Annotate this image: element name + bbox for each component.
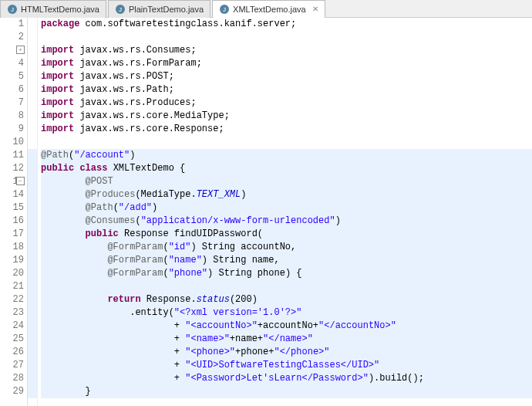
token-plain: javax.ws.rs.core.MediaType; — [74, 110, 230, 121]
ruler-mark — [28, 96, 37, 110]
code-line[interactable]: @Consumes("application/x-www-form-urlenc… — [41, 215, 532, 228]
token-plain: ( — [163, 242, 168, 252]
token-plain: +accountNo+ — [258, 320, 318, 331]
code-line[interactable]: import javax.ws.rs.Produces; — [41, 96, 532, 110]
token-str: "<UID>SoftwareTestingClasses</UID>" — [185, 360, 379, 370]
token-ann: @POST — [86, 176, 113, 187]
token-plain: Response. — [141, 294, 197, 305]
code-line[interactable]: + "<phone>"+phone+"</phone>" — [41, 346, 532, 359]
code-line[interactable]: + "<name>"+name+"</name>" — [41, 333, 532, 346]
line-number: 1 — [0, 18, 24, 31]
token-str: "</phone>" — [274, 347, 329, 357]
ruler-mark — [28, 267, 37, 280]
token-ann: @Produces — [86, 189, 136, 200]
token-plain: javax.ws.rs.Path; — [74, 84, 174, 95]
token-plain: ( — [163, 268, 168, 279]
code-line[interactable]: import javax.ws.rs.FormParam; — [41, 57, 532, 70]
code-line[interactable]: @FormParam("name") String name, — [41, 254, 532, 267]
token-plain — [41, 242, 107, 252]
line-number: 18 — [0, 241, 24, 254]
ruler-mark — [28, 333, 37, 346]
token-plain: +name+ — [230, 333, 263, 344]
line-number: 17 — [0, 228, 24, 241]
tab-label: XMLTextDemo.java — [233, 5, 306, 14]
code-line[interactable]: @Path("/add") — [41, 201, 532, 215]
token-str: "name" — [169, 255, 202, 266]
line-number: 3+ — [0, 44, 24, 57]
code-line[interactable]: @FormParam("id") String accountNo, — [41, 241, 532, 254]
ruler-mark — [28, 320, 37, 333]
code-line[interactable]: package com.softwaretestingclass.kanif.s… — [41, 18, 532, 31]
code-line[interactable]: @Path("/account") — [41, 149, 532, 162]
code-line[interactable]: public Response findUIDPassword( — [41, 228, 532, 241]
code-line[interactable]: @Produces(MediaType.TEXT_XML) — [41, 188, 532, 201]
code-line[interactable] — [41, 31, 532, 44]
token-plain: (MediaType. — [135, 189, 196, 200]
code-line[interactable]: import javax.ws.rs.Path; — [41, 83, 532, 96]
code-line[interactable]: public class XMLTextDemo { — [41, 162, 532, 175]
ruler-mark — [28, 254, 37, 267]
token-kw: import — [41, 45, 74, 56]
code-line[interactable]: .entity("<?xml version='1.0'?>" — [41, 306, 532, 320]
token-plain — [41, 268, 107, 279]
code-line[interactable]: import javax.ws.rs.core.MediaType; — [41, 110, 532, 123]
line-number: 15 — [0, 201, 24, 215]
token-plain: .entity( — [41, 307, 174, 318]
code-line[interactable]: } — [41, 385, 532, 398]
token-plain: ( — [135, 215, 140, 226]
line-number: 5 — [0, 70, 24, 83]
editor-tab-2[interactable]: JXMLTextDemo.java✕ — [212, 0, 325, 18]
editor-tab-1[interactable]: JPlainTextDemo.java — [108, 0, 210, 18]
token-plain: ) String accountNo, — [190, 242, 296, 252]
line-number: 21 — [0, 280, 24, 293]
tab-bar: JHTMLTextDemo.javaJPlainTextDemo.javaJXM… — [0, 0, 532, 18]
ruler-mark — [28, 359, 37, 372]
line-number: 25 — [0, 333, 24, 346]
token-plain: javax.ws.rs.Consumes; — [74, 45, 196, 56]
ruler-mark — [28, 215, 37, 228]
token-str: "<phone>" — [185, 347, 235, 357]
code-line[interactable]: import javax.ws.rs.POST; — [41, 70, 532, 83]
code-line[interactable]: @FormParam("phone") String phone) { — [41, 267, 532, 280]
svg-text:J: J — [223, 6, 226, 13]
line-number: 4 — [0, 57, 24, 70]
line-number: 19 — [0, 254, 24, 267]
token-plain: ) String name, — [202, 255, 280, 266]
token-plain: +phone+ — [235, 347, 274, 357]
ruler-mark — [28, 70, 37, 83]
token-ann: @FormParam — [107, 268, 163, 279]
code-area[interactable]: package com.softwaretestingclass.kanif.s… — [38, 18, 532, 406]
token-str: "id" — [169, 242, 191, 252]
code-line[interactable]: import javax.ws.rs.Consumes; — [41, 44, 532, 57]
ruler-mark — [28, 201, 37, 215]
line-number: 29 — [0, 385, 24, 398]
line-number: 23 — [0, 306, 24, 320]
editor-tab-0[interactable]: JHTMLTextDemo.java — [0, 0, 106, 18]
code-line[interactable] — [41, 136, 532, 149]
line-number: 8 — [0, 110, 24, 123]
line-number: 6 — [0, 83, 24, 96]
line-number: 22 — [0, 293, 24, 306]
code-line[interactable]: @POST — [41, 175, 532, 188]
line-number: 11 — [0, 149, 24, 162]
ruler-mark — [28, 110, 37, 123]
line-number: 16 — [0, 215, 24, 228]
token-kw: public — [86, 228, 119, 239]
ruler-mark — [28, 123, 37, 136]
token-str: "<name>" — [185, 333, 230, 344]
code-line[interactable]: + "<UID>SoftwareTestingClasses</UID>" — [41, 359, 532, 372]
close-icon[interactable]: ✕ — [312, 5, 318, 13]
token-str: "</accountNo>" — [318, 320, 396, 331]
token-ann: @FormParam — [107, 242, 163, 252]
fold-toggle-icon[interactable]: − — [16, 177, 25, 185]
code-line[interactable]: return Response.status(200) — [41, 293, 532, 306]
fold-toggle-icon[interactable]: + — [16, 46, 25, 54]
code-line[interactable]: + "<Password>Let'sLearn</Password>").bui… — [41, 372, 532, 385]
code-line[interactable] — [41, 280, 532, 293]
code-line[interactable]: import javax.ws.rs.core.Response; — [41, 123, 532, 136]
token-plain: ) — [152, 202, 157, 213]
line-number: 14 — [0, 188, 24, 201]
code-line[interactable]: + "<accountNo>"+accountNo+"</accountNo>" — [41, 320, 532, 333]
token-str: "phone" — [169, 268, 207, 279]
token-plain: + — [41, 373, 185, 384]
